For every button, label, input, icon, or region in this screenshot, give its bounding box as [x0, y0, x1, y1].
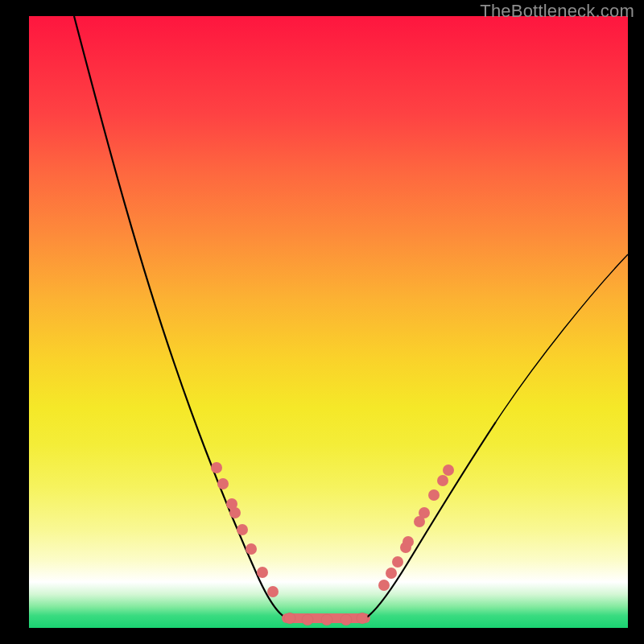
dots-right — [378, 464, 454, 591]
svg-point-3 — [229, 507, 241, 518]
svg-point-12 — [402, 536, 414, 547]
watermark-text: TheBottleneck.com — [480, 1, 634, 22]
svg-point-21 — [341, 614, 352, 625]
chart-svg — [29, 16, 628, 628]
dots-left — [211, 462, 279, 597]
svg-point-5 — [246, 543, 257, 555]
svg-point-4 — [237, 524, 248, 535]
curve-left — [74, 16, 287, 618]
svg-point-0 — [211, 462, 222, 473]
svg-point-9 — [386, 568, 397, 579]
svg-point-6 — [257, 567, 268, 578]
svg-point-22 — [357, 613, 368, 624]
plot-area — [29, 16, 628, 628]
svg-point-19 — [302, 614, 313, 625]
curve-right-tail — [496, 254, 628, 422]
svg-point-20 — [321, 614, 332, 625]
svg-point-17 — [443, 464, 454, 476]
svg-point-15 — [428, 489, 440, 501]
svg-point-14 — [419, 507, 430, 518]
svg-point-16 — [437, 475, 448, 486]
outer-frame: TheBottleneck.com — [0, 0, 644, 644]
svg-point-18 — [284, 613, 295, 624]
svg-point-8 — [378, 580, 390, 591]
svg-point-10 — [392, 556, 403, 568]
svg-point-7 — [267, 586, 279, 597]
svg-point-1 — [217, 478, 229, 489]
